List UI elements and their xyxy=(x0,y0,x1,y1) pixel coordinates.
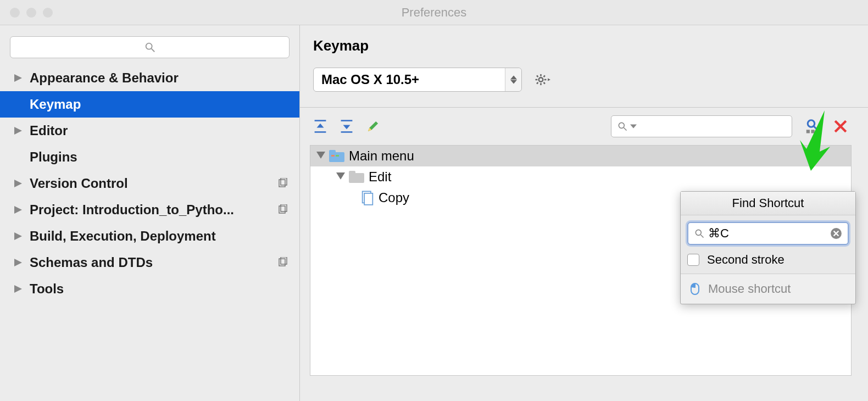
svg-marker-44 xyxy=(316,152,325,159)
chevron-right-icon xyxy=(13,180,23,187)
find-shortcut-icon xyxy=(804,118,821,135)
svg-marker-31 xyxy=(343,125,350,129)
sidebar-item-label: Project: Introduction_to_Pytho... xyxy=(30,202,234,218)
clear-search-button[interactable] xyxy=(833,119,848,134)
svg-marker-10 xyxy=(14,232,22,240)
sidebar: Appearance & Behavior Keymap Editor Plug… xyxy=(0,25,300,401)
chevron-down-icon xyxy=(335,172,347,181)
svg-point-35 xyxy=(619,122,624,128)
svg-marker-3 xyxy=(14,127,22,135)
sidebar-item-plugins[interactable]: Plugins xyxy=(0,144,299,170)
tree-row-main-menu[interactable]: Main menu xyxy=(310,146,851,166)
sidebar-search-input[interactable] xyxy=(10,36,290,58)
svg-line-36 xyxy=(624,128,627,131)
sidebar-item-version-control[interactable]: Version Control xyxy=(0,170,299,197)
sidebar-item-label: Appearance & Behavior xyxy=(30,70,179,86)
expand-all-button[interactable] xyxy=(313,119,327,133)
svg-rect-53 xyxy=(364,193,372,205)
svg-line-25 xyxy=(544,76,546,77)
pencil-icon xyxy=(366,119,380,133)
second-stroke-label: Second stroke xyxy=(707,253,784,267)
gear-icon xyxy=(534,71,550,88)
window-title: Preferences xyxy=(0,5,868,20)
svg-marker-4 xyxy=(14,180,22,187)
copy-profile-icon xyxy=(277,178,288,189)
svg-marker-2 xyxy=(14,74,22,82)
svg-rect-41 xyxy=(811,130,815,133)
svg-line-55 xyxy=(701,235,704,238)
svg-marker-15 xyxy=(510,75,517,79)
sidebar-item-build-exec-deploy[interactable]: Build, Execution, Deployment xyxy=(0,223,299,249)
svg-point-0 xyxy=(146,43,152,49)
tree-label: Edit xyxy=(369,169,391,185)
sidebar-item-label: Version Control xyxy=(30,176,128,191)
svg-marker-49 xyxy=(336,172,345,180)
keymap-select-value: Mac OS X 10.5+ xyxy=(321,72,419,87)
chevron-down-icon xyxy=(630,123,637,130)
svg-rect-48 xyxy=(336,155,339,157)
sidebar-item-label: Schemas and DTDs xyxy=(30,255,153,270)
sidebar-item-label: Tools xyxy=(30,281,64,297)
sidebar-item-label: Plugins xyxy=(30,149,77,165)
sidebar-item-label: Keymap xyxy=(30,97,81,112)
page-title: Keymap xyxy=(313,37,852,54)
sidebar-item-keymap[interactable]: Keymap xyxy=(0,91,299,118)
action-search-input[interactable] xyxy=(611,115,792,137)
sidebar-item-tools[interactable]: Tools xyxy=(0,276,299,302)
close-window-button[interactable] xyxy=(10,8,20,18)
search-icon xyxy=(144,41,156,53)
sidebar-item-label: Editor xyxy=(30,123,68,138)
popup-title: Find Shortcut xyxy=(681,192,855,215)
svg-rect-5 xyxy=(279,180,285,187)
mouse-shortcut-label: Mouse shortcut xyxy=(708,282,791,296)
collapse-all-button[interactable] xyxy=(340,119,354,133)
copy-profile-icon xyxy=(277,204,288,215)
find-by-shortcut-button[interactable] xyxy=(804,118,821,135)
svg-rect-8 xyxy=(279,206,285,213)
chevron-right-icon xyxy=(13,127,23,135)
clear-input-icon[interactable] xyxy=(830,227,842,240)
edit-shortcut-button[interactable] xyxy=(366,119,380,133)
sidebar-item-schemas-dtds[interactable]: Schemas and DTDs xyxy=(0,249,299,276)
svg-marker-28 xyxy=(317,124,324,128)
sidebar-item-editor[interactable]: Editor xyxy=(0,118,299,144)
svg-marker-37 xyxy=(630,124,637,128)
keymap-actions-button[interactable] xyxy=(534,71,550,88)
main-panel: Keymap Mac OS X 10.5+ xyxy=(300,25,868,401)
second-stroke-checkbox[interactable] xyxy=(687,254,699,266)
keymap-select[interactable]: Mac OS X 10.5+ xyxy=(313,68,522,92)
mouse-shortcut-link[interactable]: Mouse shortcut xyxy=(681,274,855,304)
tree-row-edit[interactable]: Edit xyxy=(310,166,851,187)
minimize-window-button[interactable] xyxy=(26,8,36,18)
svg-marker-7 xyxy=(14,206,22,214)
shortcut-value: ⌘C xyxy=(708,226,830,241)
tree-label: Copy xyxy=(379,190,409,205)
search-icon xyxy=(694,228,705,239)
svg-rect-46 xyxy=(329,150,336,154)
svg-rect-40 xyxy=(806,130,810,133)
collapse-all-icon xyxy=(340,119,354,133)
find-shortcut-popup: Find Shortcut ⌘C Second stroke Mouse sho… xyxy=(680,191,856,304)
close-icon xyxy=(833,119,848,134)
chevron-right-icon xyxy=(13,206,23,214)
titlebar: Preferences xyxy=(0,0,868,25)
folder-icon xyxy=(329,150,344,162)
sidebar-item-project[interactable]: Project: Introduction_to_Pytho... xyxy=(0,197,299,223)
svg-point-54 xyxy=(695,230,701,235)
svg-rect-6 xyxy=(281,178,287,185)
search-icon xyxy=(617,121,628,132)
sidebar-item-appearance-behavior[interactable]: Appearance & Behavior xyxy=(0,65,299,91)
sidebar-search-wrap xyxy=(0,32,299,65)
content: Appearance & Behavior Keymap Editor Plug… xyxy=(0,25,868,401)
file-copy-icon xyxy=(361,190,374,205)
svg-marker-16 xyxy=(510,80,517,83)
svg-rect-9 xyxy=(281,204,287,211)
expand-all-icon xyxy=(313,119,327,133)
keymap-toolbar xyxy=(310,108,852,145)
svg-marker-26 xyxy=(548,79,550,81)
svg-line-24 xyxy=(537,82,538,84)
shortcut-input[interactable]: ⌘C xyxy=(687,222,849,245)
svg-line-23 xyxy=(544,82,546,84)
tree-label: Main menu xyxy=(349,148,414,164)
zoom-window-button[interactable] xyxy=(43,8,53,18)
